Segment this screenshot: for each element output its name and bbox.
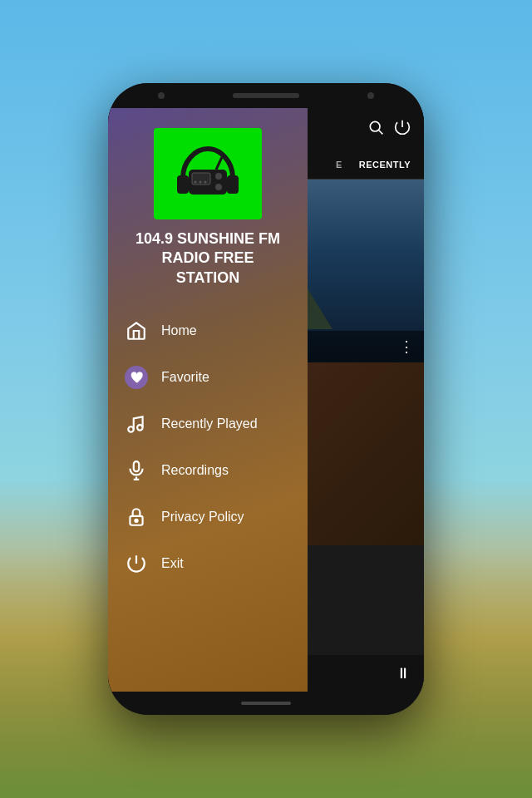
svg-line-1 xyxy=(379,130,383,134)
drawer-station-title: 104.9 SUNSHINE FM RADIO FREE STATION xyxy=(121,229,294,288)
menu-item-recently-played[interactable]: Recently Played xyxy=(108,401,308,447)
svg-point-9 xyxy=(195,181,197,184)
lock-icon xyxy=(125,505,148,529)
camera-right xyxy=(367,92,374,99)
navigation-drawer: 104.9 SUNSHINE FM RADIO FREE STATION Hom… xyxy=(108,108,308,692)
exit-power-icon xyxy=(125,552,148,575)
phone-bottom xyxy=(108,692,424,715)
svg-rect-3 xyxy=(227,175,239,194)
home-label: Home xyxy=(161,323,197,338)
svg-point-7 xyxy=(215,184,222,190)
home-icon xyxy=(125,319,148,342)
menu-item-exit[interactable]: Exit xyxy=(108,540,308,587)
tab-e[interactable]: E xyxy=(336,160,342,170)
header-icons xyxy=(367,119,411,140)
exit-label: Exit xyxy=(161,556,184,571)
screen: ne E RECEN xyxy=(108,108,424,692)
pause-button[interactable]: ⏸ xyxy=(396,665,411,682)
logo-box xyxy=(154,128,262,219)
camera-left xyxy=(158,92,165,99)
microphone-icon xyxy=(125,459,148,482)
svg-line-8 xyxy=(216,157,222,170)
drawer-logo-area: 104.9 SUNSHINE FM RADIO FREE STATION xyxy=(108,121,308,301)
svg-rect-14 xyxy=(134,461,140,471)
search-icon[interactable] xyxy=(367,119,384,140)
more-options-icon[interactable]: ⋮ xyxy=(399,337,414,356)
favorite-icon-circle xyxy=(125,366,148,389)
svg-point-10 xyxy=(200,181,202,184)
svg-point-6 xyxy=(215,173,222,180)
app-logo-icon xyxy=(170,140,245,207)
favorite-icon-wrapper xyxy=(125,366,148,389)
menu-item-favorite[interactable]: Favorite xyxy=(108,354,308,401)
menu-item-home[interactable]: Home xyxy=(108,308,308,354)
phone-top xyxy=(108,83,424,108)
svg-rect-2 xyxy=(177,175,189,194)
privacy-policy-label: Privacy Policy xyxy=(161,510,244,525)
favorite-label: Favorite xyxy=(161,370,209,385)
menu-item-recordings[interactable]: Recordings xyxy=(108,447,308,494)
music-notes-icon xyxy=(125,412,148,436)
recordings-label: Recordings xyxy=(161,463,229,478)
svg-point-0 xyxy=(370,121,380,131)
svg-point-18 xyxy=(135,520,137,522)
tab-recently[interactable]: RECENTLY xyxy=(359,160,411,170)
menu-item-privacy-policy[interactable]: Privacy Policy xyxy=(108,494,308,540)
recently-played-label: Recently Played xyxy=(161,416,258,431)
drawer-menu: Home Favorite xyxy=(108,301,308,678)
home-indicator xyxy=(241,702,291,705)
svg-point-11 xyxy=(204,181,207,184)
phone-frame: ne E RECEN xyxy=(108,83,424,715)
power-icon[interactable] xyxy=(394,119,411,140)
